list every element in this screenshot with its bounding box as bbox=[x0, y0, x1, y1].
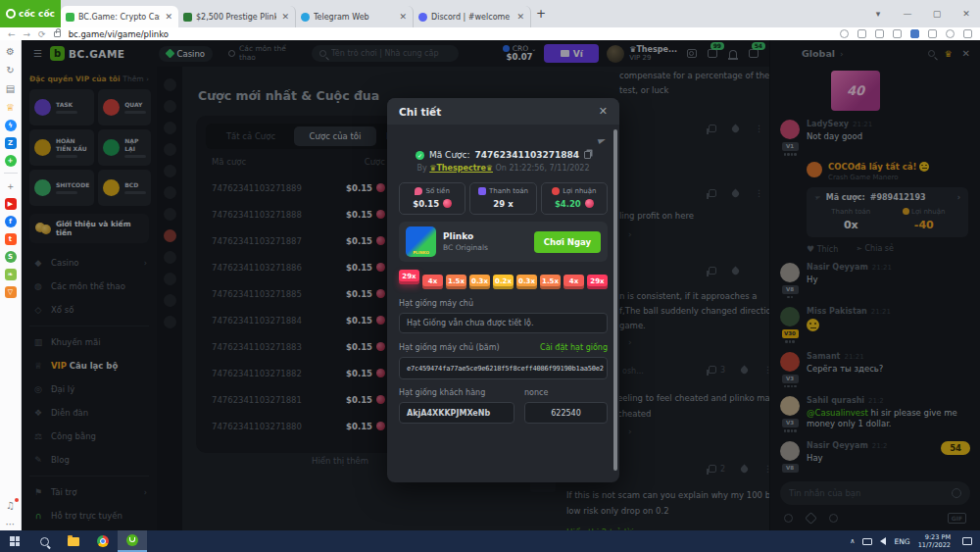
vip-more-link[interactable]: Thêm › bbox=[122, 75, 149, 83]
copy-icon[interactable] bbox=[584, 151, 591, 159]
category-icon[interactable] bbox=[164, 273, 176, 285]
bcgame-logo[interactable]: b BC.GAME bbox=[50, 46, 125, 61]
tab-my-bets[interactable]: Cược của tôi bbox=[294, 126, 376, 146]
sidebar-item-sponsorship[interactable]: ⚑Tài trợ› bbox=[29, 480, 149, 504]
tab-search-icon[interactable]: ▾ bbox=[864, 9, 892, 19]
emoji-picker-icon[interactable] bbox=[952, 488, 961, 498]
message-author[interactable]: LadySexy bbox=[807, 120, 849, 128]
avatar[interactable] bbox=[780, 352, 800, 372]
dislike-icon[interactable] bbox=[740, 464, 750, 474]
dislike-icon[interactable] bbox=[731, 188, 741, 198]
tab-close-icon[interactable]: ✕ bbox=[515, 12, 525, 22]
category-icon[interactable] bbox=[164, 208, 176, 221]
like-icon[interactable] bbox=[709, 125, 716, 132]
back-icon[interactable]: ← bbox=[8, 29, 16, 39]
category-icon[interactable] bbox=[164, 316, 176, 328]
like-icon[interactable] bbox=[709, 465, 716, 473]
puzzle-icon[interactable] bbox=[928, 29, 937, 38]
notification-bell-icon[interactable]: ♫ bbox=[4, 499, 17, 512]
notifications-button[interactable] bbox=[726, 47, 739, 60]
hot-crown-icon[interactable]: ♕ bbox=[4, 101, 17, 114]
search-input[interactable] bbox=[331, 49, 451, 58]
modal-scrollbar[interactable] bbox=[613, 129, 617, 471]
vip-card-task[interactable]: TASK bbox=[29, 89, 94, 125]
more-icon[interactable]: ⋯ bbox=[4, 518, 17, 530]
dislike-icon[interactable] bbox=[731, 266, 741, 276]
tab-close-icon[interactable]: ✕ bbox=[164, 12, 173, 22]
site-security-icon[interactable] bbox=[54, 31, 61, 37]
vip-card-reload[interactable]: NẠP LẠI bbox=[98, 129, 151, 166]
category-icon[interactable] bbox=[164, 294, 176, 307]
vip-card-rakeback[interactable]: HOÀN TIỀN XẤU bbox=[29, 129, 94, 166]
refer-and-earn-banner[interactable]: Giới thiệu và kiếm tiền bbox=[29, 214, 149, 243]
category-icon[interactable] bbox=[164, 186, 176, 199]
message-author[interactable]: Nasir Qeyyam bbox=[807, 263, 868, 272]
dislike-icon[interactable] bbox=[740, 365, 750, 375]
network-icon[interactable] bbox=[862, 538, 872, 545]
taskbar-clock[interactable]: 9:23 PM 11/7/2022 bbox=[918, 533, 951, 550]
sidebar-item-sports[interactable]: ◍Các môn thể thao bbox=[29, 275, 149, 298]
sidebar-item-blog[interactable]: ✎Blog bbox=[29, 448, 149, 472]
mention-link[interactable]: @Casualinvest bbox=[807, 408, 868, 418]
sidebar-item-casino[interactable]: ◆Casino› bbox=[29, 251, 149, 275]
nav-casino[interactable]: Casino bbox=[159, 46, 214, 62]
category-icon-active[interactable] bbox=[164, 229, 176, 242]
category-icon[interactable] bbox=[164, 78, 176, 91]
chat-channel-label[interactable]: Global bbox=[802, 48, 835, 59]
reply-arrow[interactable]: › bbox=[628, 229, 632, 239]
chat-input-box[interactable] bbox=[780, 481, 970, 505]
sidebar-item-promotions[interactable]: ▥Khuyến mãi bbox=[29, 330, 149, 354]
modal-share-icon[interactable]: ► bbox=[597, 133, 608, 146]
sidebar-item-fairness[interactable]: ⚖Công bằng bbox=[29, 425, 149, 448]
start-button[interactable] bbox=[0, 530, 29, 552]
gif-icon[interactable]: GIF bbox=[948, 513, 966, 524]
category-icon[interactable] bbox=[164, 251, 176, 264]
user-profile[interactable]: ♛Thespe... VIP 29 bbox=[607, 45, 677, 63]
unread-count-pill[interactable]: 54 bbox=[941, 441, 970, 455]
bookmark-star-icon[interactable] bbox=[875, 29, 884, 38]
sidebar-item-vip-club[interactable]: ♕VIP Câu lạc bộ bbox=[29, 354, 149, 377]
avatar[interactable] bbox=[780, 441, 800, 461]
shared-bet-card[interactable]: ➣Mã cược:#989412193› Thanh toánLợi nhuận… bbox=[807, 187, 968, 237]
trophy-icon[interactable]: ♛ bbox=[945, 49, 953, 59]
sidebar-item-affiliate[interactable]: ◎Đại lý bbox=[29, 377, 149, 401]
tab-bcgame[interactable]: BC.Game: Crypto Casino Gar ✕ bbox=[61, 6, 178, 27]
save-icon[interactable] bbox=[840, 29, 849, 38]
tiki-icon[interactable]: t bbox=[5, 233, 17, 245]
extension-icon[interactable] bbox=[910, 29, 919, 38]
taskbar-search-icon[interactable] bbox=[29, 530, 59, 552]
shield-icon[interactable] bbox=[893, 29, 902, 38]
sidebar-item-live-support[interactable]: ∩Hỗ trợ trực tuyến bbox=[29, 504, 149, 527]
tab-plinko-challenge[interactable]: $2,500 Prestige Plinko Challe ✕ bbox=[178, 6, 296, 27]
like-icon[interactable] bbox=[709, 366, 716, 374]
download-icon[interactable] bbox=[963, 29, 972, 38]
minimize-button[interactable]: — bbox=[894, 9, 921, 19]
chat-close-icon[interactable]: ✕ bbox=[962, 48, 970, 59]
messenger-icon[interactable]: ϟ bbox=[5, 120, 17, 131]
chat-rules-icon[interactable] bbox=[784, 514, 793, 523]
sidebar-item-lottery[interactable]: ◇Xổ số bbox=[29, 298, 149, 322]
hamburger-menu-icon[interactable]: ☰ bbox=[33, 48, 42, 59]
tab-discord[interactable]: Discord | #welcome | BC ✕ bbox=[414, 6, 531, 27]
category-icon[interactable] bbox=[164, 165, 176, 177]
nonce-field[interactable]: 622540 bbox=[524, 402, 608, 424]
maximize-button[interactable]: ▢ bbox=[923, 9, 951, 19]
avatar[interactable] bbox=[780, 396, 800, 416]
youtube-icon[interactable]: ▶ bbox=[5, 198, 17, 210]
reply-arrow[interactable]: › bbox=[628, 427, 632, 436]
shopping-app-icon[interactable]: S bbox=[5, 251, 17, 263]
sidebar-item-forum[interactable]: ❖Diễn đàn bbox=[29, 401, 149, 425]
tab-telegram[interactable]: Telegram Web ✕ bbox=[296, 6, 414, 27]
dislike-icon[interactable] bbox=[731, 124, 741, 133]
zalo-icon[interactable]: Z bbox=[5, 137, 17, 149]
share-action[interactable]: ➣ Chia sẻ bbox=[856, 244, 894, 253]
reading-list-icon[interactable]: ▤ bbox=[4, 82, 17, 95]
url-text[interactable]: bc.game/vi/game/plinko bbox=[69, 29, 169, 39]
plinko-thumbnail[interactable] bbox=[406, 226, 436, 257]
message-author[interactable]: Nasir Qeyyam bbox=[807, 441, 868, 450]
add-shortcut-icon[interactable]: ＋ bbox=[4, 179, 17, 192]
client-seed-field[interactable]: AkjA4XKKPJMXeNb bbox=[399, 402, 514, 424]
volume-icon[interactable] bbox=[880, 537, 886, 545]
coccoc-brand[interactable]: cốc cốc bbox=[0, 0, 61, 27]
kebab-menu-icon[interactable]: ⋮ bbox=[763, 464, 769, 474]
